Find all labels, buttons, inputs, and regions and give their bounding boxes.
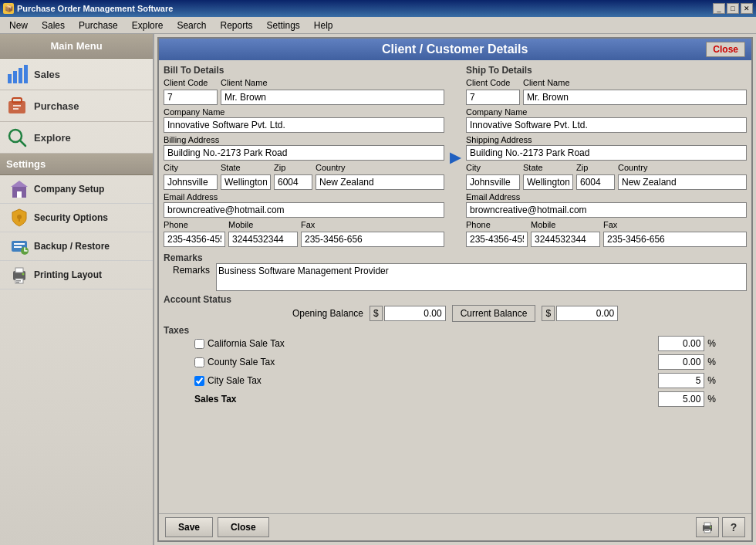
ship-phone-input[interactable] xyxy=(466,232,528,247)
bill-to-label: Bill To Details xyxy=(164,65,444,76)
svg-rect-20 xyxy=(15,268,23,272)
ship-address-input[interactable] xyxy=(466,145,747,161)
bill-client-name-input[interactable] xyxy=(221,90,444,105)
ship-client-name-input[interactable] xyxy=(523,90,747,105)
sidebar-sales-label: Sales xyxy=(34,69,60,80)
county-tax-input[interactable] xyxy=(658,354,704,370)
bill-mobile-input[interactable] xyxy=(228,232,298,247)
bill-fax-input[interactable] xyxy=(301,232,444,247)
title-bar: 📦 Purchase Order Management Software _ □… xyxy=(0,0,756,17)
bill-city-input[interactable] xyxy=(164,174,218,190)
sales-tax-input[interactable] xyxy=(658,391,704,407)
bill-company-name-input[interactable] xyxy=(164,117,444,133)
sidebar-item-backup-restore[interactable]: Backup / Restore xyxy=(0,232,153,261)
copy-arrow: ▶ xyxy=(447,65,463,249)
ship-client-code-input[interactable] xyxy=(466,90,520,105)
dialog-title: Client / Customer Details xyxy=(204,42,706,56)
menu-sales[interactable]: Sales xyxy=(35,19,71,32)
menu-settings[interactable]: Settings xyxy=(261,19,306,32)
bill-client-code-input[interactable] xyxy=(164,90,218,105)
maximize-button[interactable]: □ xyxy=(727,3,739,14)
ship-country-label: Country xyxy=(618,163,648,172)
bill-country-input[interactable] xyxy=(316,174,444,190)
bill-fax-label: Fax xyxy=(301,220,315,229)
menu-help[interactable]: Help xyxy=(308,19,339,32)
sidebar-company-setup-label: Company Setup xyxy=(34,184,104,195)
sidebar-item-printing-layout[interactable]: Printing Layout xyxy=(0,261,153,289)
menu-purchase[interactable]: Purchase xyxy=(73,19,124,32)
ship-client-name-label: Client Name xyxy=(523,78,570,87)
ship-fax-input[interactable] xyxy=(603,232,747,247)
city-tax-checkbox[interactable] xyxy=(194,376,204,386)
sidebar-backup-label: Backup / Restore xyxy=(34,241,110,252)
current-balance-field: $ xyxy=(542,306,618,321)
sidebar-item-sales[interactable]: Sales xyxy=(0,59,153,90)
bill-client-name-label: Client Name xyxy=(221,78,268,87)
county-tax-label: County Sale Tax xyxy=(208,357,275,367)
bill-client-code-label: Client Code xyxy=(164,78,218,87)
minimize-button[interactable]: _ xyxy=(713,3,725,14)
county-value-part: % xyxy=(658,354,716,370)
sidebar-item-security-options[interactable]: Security Options xyxy=(0,204,153,232)
menu-search[interactable]: Search xyxy=(170,19,212,32)
save-button[interactable]: Save xyxy=(165,517,213,537)
bill-address-input[interactable] xyxy=(164,145,444,161)
svg-rect-17 xyxy=(14,246,22,248)
current-balance-input[interactable] xyxy=(556,306,618,321)
california-tax-checkbox[interactable] xyxy=(194,339,204,349)
ship-to-section: Ship To Details Client Code Client Name … xyxy=(466,65,747,249)
window-controls: _ □ ✕ xyxy=(713,3,753,14)
ship-state-input[interactable] xyxy=(523,174,573,190)
ship-email-input[interactable] xyxy=(466,202,747,218)
menu-reports[interactable]: Reports xyxy=(214,19,258,32)
opening-balance-label: Opening Balance xyxy=(292,308,363,319)
sidebar-purchase-label: Purchase xyxy=(34,100,79,112)
bill-city-state-row: City State Zip Country xyxy=(164,163,444,172)
bill-email-input[interactable] xyxy=(164,202,444,218)
help-button[interactable]: ? xyxy=(722,517,745,537)
sidebar-item-company-setup[interactable]: Company Setup xyxy=(0,175,153,204)
remarks-section: Remarks Remarks Business Software Manage… xyxy=(164,252,747,291)
remarks-textarea[interactable]: Business Software Management Provider xyxy=(216,263,747,291)
ship-zip-label: Zip xyxy=(576,163,615,172)
ship-country-input[interactable] xyxy=(618,174,747,190)
current-balance-button[interactable]: Current Balance xyxy=(452,305,536,322)
print-button[interactable] xyxy=(696,517,719,537)
ship-city-state-row: City State Zip Country xyxy=(466,163,747,172)
ship-address-label: Shipping Address xyxy=(466,135,747,144)
bill-state-input[interactable] xyxy=(221,174,271,190)
bill-phone-input[interactable] xyxy=(164,232,225,247)
city-tax-input[interactable] xyxy=(658,373,704,388)
svg-rect-14 xyxy=(19,218,20,222)
ship-company-name-input[interactable] xyxy=(466,117,747,133)
opening-balance-input[interactable] xyxy=(384,306,446,321)
account-balance-row: Opening Balance $ Current Balance $ xyxy=(164,305,747,322)
bill-to-section: Bill To Details Client Code Client Name … xyxy=(164,65,444,249)
ship-city-input[interactable] xyxy=(466,174,520,190)
county-tax-checkbox[interactable] xyxy=(194,357,204,367)
settings-section-title: Settings xyxy=(0,154,153,175)
ship-client-code-label: Client Code xyxy=(466,78,520,87)
sales-tax-value-part: % xyxy=(658,391,716,407)
help-icon: ? xyxy=(731,521,737,533)
taxes-section-label: Taxes xyxy=(164,325,189,336)
svg-line-9 xyxy=(20,140,25,146)
ship-zip-input[interactable] xyxy=(576,174,615,190)
menu-new[interactable]: New xyxy=(3,19,34,32)
sidebar-item-explore[interactable]: Explore xyxy=(0,122,153,154)
sales-tax-label-text: Sales Tax xyxy=(194,394,333,405)
california-tax-input[interactable] xyxy=(658,336,704,351)
bill-zip-input[interactable] xyxy=(274,174,312,190)
remarks-row: Remarks Business Software Management Pro… xyxy=(164,263,747,291)
bill-state-label: State xyxy=(221,163,271,172)
svg-rect-0 xyxy=(8,74,12,83)
ship-phone-input-row xyxy=(466,232,747,247)
ship-mobile-input[interactable] xyxy=(531,232,600,247)
sidebar-item-purchase[interactable]: Purchase xyxy=(0,90,153,122)
close-button[interactable]: Close xyxy=(218,517,269,537)
svg-point-24 xyxy=(22,273,25,276)
bill-client-value-row xyxy=(164,90,444,105)
close-window-button[interactable]: ✕ xyxy=(741,3,753,14)
dialog-close-button[interactable]: Close xyxy=(706,42,745,57)
menu-explore[interactable]: Explore xyxy=(126,19,170,32)
